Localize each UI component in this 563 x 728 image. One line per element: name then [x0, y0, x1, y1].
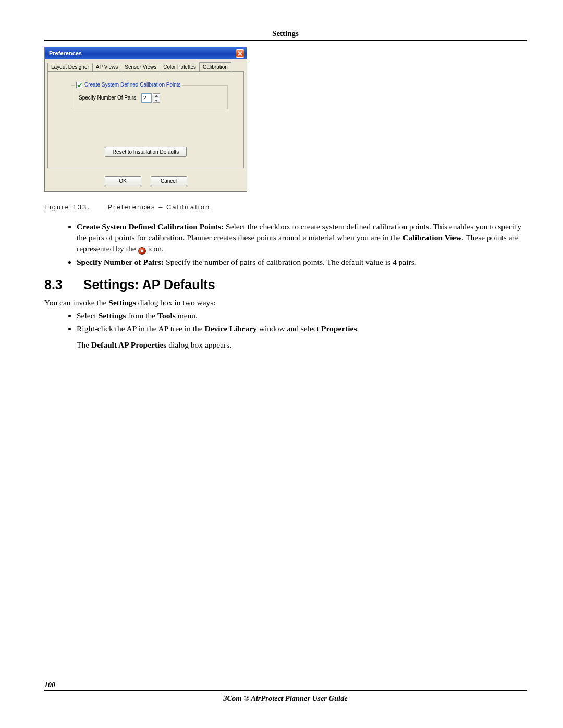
- b1-strong: Create System Defined Calibration Points…: [77, 222, 224, 231]
- b2-rest: Specify the number of pairs of calibrati…: [164, 257, 416, 266]
- page-footer: 100 3Com ® AirProtect Planner User Guide: [44, 681, 527, 703]
- tabstrip: Layout Designer AP Views Sensor Views Co…: [45, 59, 247, 71]
- b1-inline-strong: Calibration View: [402, 233, 461, 242]
- list-item: Right-click the AP in the AP tree in the…: [77, 324, 527, 335]
- bullet-list-1: Create System Defined Calibration Points…: [77, 221, 527, 268]
- preferences-dialog: Preferences Layout Designer AP Views Sen…: [44, 47, 247, 192]
- chevron-down-icon[interactable]: [153, 98, 160, 103]
- bullet-list-2: Select Settings from the Tools menu. Rig…: [77, 311, 527, 335]
- page-number: 100: [44, 681, 527, 689]
- list-item: Create System Defined Calibration Points…: [77, 221, 527, 255]
- chevron-up-icon[interactable]: [153, 93, 160, 98]
- pairs-field-row: Specify Number Of Pairs: [79, 93, 222, 103]
- section-number: 8.3: [44, 277, 63, 292]
- closing-paragraph: The Default AP Properties dialog box app…: [77, 340, 527, 351]
- tab-sensor-views[interactable]: Sensor Views: [121, 63, 160, 72]
- calibration-groupbox: Create System Defined Calibration Points…: [71, 85, 228, 109]
- groupbox-legend: Create System Defined Calibration Points: [75, 82, 182, 88]
- spin-buttons: [153, 93, 160, 103]
- page-header: Settings: [44, 29, 527, 38]
- footer-rule: [44, 690, 527, 691]
- pairs-label: Specify Number Of Pairs: [79, 95, 136, 101]
- figure-caption-text: Preferences – Calibration: [107, 203, 210, 211]
- calibration-point-icon: [138, 247, 146, 255]
- tab-calibration[interactable]: Calibration: [199, 62, 231, 71]
- create-points-checkbox[interactable]: [76, 82, 82, 88]
- groupbox-legend-text: Create System Defined Calibration Points: [84, 82, 181, 88]
- reset-defaults-button[interactable]: Reset to Installation Defaults: [105, 147, 187, 157]
- list-item: Specify Number of Pairs: Specify the num…: [77, 257, 527, 268]
- tab-panel: Create System Defined Calibration Points…: [47, 71, 244, 168]
- figure-number: Figure 133.: [44, 203, 90, 211]
- tab-ap-views[interactable]: AP Views: [92, 63, 121, 72]
- header-rule: [44, 40, 527, 41]
- ok-button[interactable]: OK: [105, 176, 141, 186]
- dialog-button-row: OK Cancel: [45, 171, 247, 191]
- dialog-title: Preferences: [49, 51, 82, 56]
- figure-caption: Figure 133. Preferences – Calibration: [44, 203, 527, 211]
- tab-color-palettes[interactable]: Color Palettes: [160, 63, 200, 72]
- footer-title: 3Com ® AirProtect Planner User Guide: [44, 694, 527, 703]
- pairs-spinner[interactable]: [141, 93, 160, 103]
- pairs-input[interactable]: [141, 93, 152, 103]
- section-title: Settings: AP Defaults: [83, 277, 215, 292]
- section-heading: 8.3 Settings: AP Defaults: [44, 277, 527, 292]
- b1-tail: icon.: [146, 244, 164, 253]
- tab-layout-designer[interactable]: Layout Designer: [47, 63, 93, 72]
- list-item: Select Settings from the Tools menu.: [77, 311, 527, 322]
- close-icon[interactable]: [236, 49, 244, 58]
- cancel-button[interactable]: Cancel: [151, 176, 187, 186]
- intro-paragraph: You can invoke the Settings dialog box i…: [44, 298, 527, 309]
- b2-strong: Specify Number of Pairs:: [77, 257, 164, 266]
- titlebar: Preferences: [45, 47, 247, 59]
